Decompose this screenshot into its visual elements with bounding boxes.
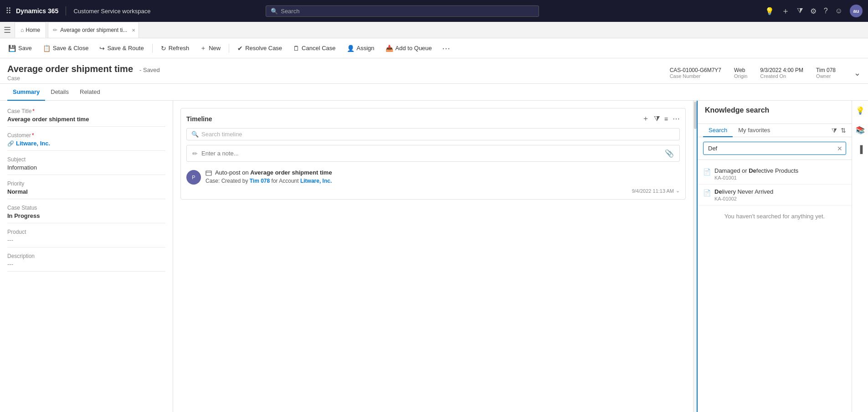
refresh-button[interactable]: ↻ Refresh <box>156 41 194 56</box>
topbar-actions: 💡 ＋ ⧩ ⚙ ? ☺ au <box>765 5 863 17</box>
brand-name: Dynamics 365 <box>16 7 58 15</box>
result-id-2: KA-01002 <box>714 196 846 201</box>
product-field: Product --- <box>7 229 165 247</box>
timeline-search-icon: 🔍 <box>191 131 199 138</box>
save-label: Save <box>18 45 32 52</box>
note-area[interactable]: ✏ 📎 <box>186 145 680 162</box>
timeline-actions: ＋ ⧩ ≡ ⋯ <box>642 114 680 124</box>
customer-value[interactable]: 🔗 Litware, Inc. <box>7 140 165 151</box>
case-number-label: Case Number <box>670 73 701 79</box>
timeline-add-icon[interactable]: ＋ <box>642 114 649 124</box>
topbar: ⠿ Dynamics 365 Customer Service workspac… <box>0 0 868 22</box>
saved-status: - Saved <box>139 67 160 73</box>
knowledge-search-input[interactable] <box>703 142 846 155</box>
new-button[interactable]: ＋ New <box>195 41 225 56</box>
product-value[interactable]: --- <box>7 237 165 247</box>
profile-icon[interactable]: ☺ <box>835 7 842 15</box>
tab-details[interactable]: Details <box>45 84 74 101</box>
lightbulb-icon[interactable]: 💡 <box>765 7 774 15</box>
case-status-value[interactable]: In Progress <box>7 212 165 223</box>
subtitle-prefix: Case: Created by <box>205 178 250 184</box>
knowledge-header: Knowledge search <box>698 101 852 124</box>
topbar-divider <box>66 6 66 15</box>
add-icon[interactable]: ＋ <box>781 5 790 16</box>
knowledge-search-clear-icon[interactable]: ✕ <box>837 145 842 152</box>
save-button[interactable]: 💾 Save <box>4 41 36 56</box>
case-number-meta: CAS-01000-G6M7Y7 Case Number <box>670 67 721 79</box>
case-title-value[interactable]: Average order shipment time <box>7 116 165 127</box>
no-search-text: You haven't searched for anything yet. <box>698 206 852 227</box>
knowledge-filter-icon[interactable]: ⧩ <box>832 127 837 134</box>
tab-case[interactable]: ✏ Average order shipment ti... ✕ <box>48 22 139 38</box>
settings-icon[interactable]: ⚙ <box>810 7 817 15</box>
timeline-columns-icon[interactable]: ≡ <box>664 115 668 123</box>
search-input[interactable] <box>281 8 534 15</box>
knowledge-result-1[interactable]: 📄 Damaged or Defective Products KA-01001 <box>698 164 852 185</box>
save-icon: 💾 <box>8 45 16 52</box>
resolve-button[interactable]: ✔ Resolve Case <box>233 41 287 56</box>
assign-label: Assign <box>357 45 375 52</box>
knowledge-sort-icon[interactable]: ⇅ <box>841 127 846 134</box>
timeline-search-input[interactable] <box>201 131 675 138</box>
add-queue-button[interactable]: 📥 Add to Queue <box>381 41 437 56</box>
timeline-filter-icon[interactable]: ⧩ <box>654 115 660 123</box>
search-icon: 🔍 <box>271 8 278 15</box>
subtitle-mid: for Account <box>272 178 300 184</box>
hamburger-icon[interactable]: ☰ <box>4 25 11 35</box>
timeline-header: Timeline ＋ ⧩ ≡ ⋯ <box>186 114 680 124</box>
filter-icon[interactable]: ⧩ <box>797 7 803 15</box>
cancel-label: Cancel Case <box>302 45 335 52</box>
timeline-more-icon[interactable]: ⋯ <box>673 114 680 123</box>
paperclip-icon[interactable]: 📎 <box>665 149 674 158</box>
timeline-search-box[interactable]: 🔍 <box>186 128 680 140</box>
subtitle-account[interactable]: Litware, Inc. <box>300 178 332 184</box>
autopost-text: Auto-post on <box>215 169 250 176</box>
tab-close-icon[interactable]: ✕ <box>132 28 135 33</box>
avatar[interactable]: au <box>850 5 863 17</box>
expand-icon[interactable]: ⌄ <box>854 68 861 78</box>
content-area: Case Title Average order shipment time C… <box>0 101 868 412</box>
subject-value[interactable]: Information <box>7 164 165 175</box>
assign-button[interactable]: 👤 Assign <box>342 41 379 56</box>
new-icon: ＋ <box>200 44 206 52</box>
note-input[interactable] <box>201 150 665 157</box>
priority-value[interactable]: Normal <box>7 188 165 199</box>
customer-label: Customer <box>7 132 165 139</box>
subtitle-user[interactable]: Tim 078 <box>250 178 270 184</box>
side-icons: 💡 📚 ▐ <box>852 101 868 412</box>
timeline-entry-subtitle: Case: Created by Tim 078 for Account Lit… <box>205 178 680 184</box>
title-area: Average order shipment time - Saved Case <box>7 64 670 82</box>
scrollbar-track <box>693 101 697 412</box>
tab-summary[interactable]: Summary <box>7 84 45 101</box>
timestamp-value: 9/4/2022 11:13 AM <box>632 188 674 194</box>
expand-entry-icon[interactable]: ⌄ <box>676 188 680 194</box>
tab-home[interactable]: ⌂ Home <box>15 22 46 38</box>
result-doc-icon-2: 📄 <box>703 189 711 196</box>
side-book-icon[interactable]: 📚 <box>854 124 867 136</box>
case-status-label: Case Status <box>7 205 165 211</box>
description-value[interactable]: --- <box>7 261 165 272</box>
priority-label: Priority <box>7 180 165 187</box>
knowledge-tab-favorites[interactable]: My favorites <box>733 124 776 137</box>
tab-related[interactable]: Related <box>74 84 106 101</box>
owner-meta: Tim 078 Owner <box>816 67 836 79</box>
knowledge-results: 📄 Damaged or Defective Products KA-01001… <box>698 160 852 231</box>
scrollbar-thumb[interactable] <box>694 102 697 129</box>
side-bar-icon[interactable]: ▐ <box>856 144 864 155</box>
timeline-entry-content: Auto-post on Average order shipment time… <box>205 169 680 194</box>
side-knowledge-icon[interactable]: 💡 <box>854 104 867 117</box>
knowledge-result-2[interactable]: 📄 Delivery Never Arrived KA-01002 <box>698 185 852 206</box>
knowledge-tab-search[interactable]: Search <box>703 124 733 137</box>
save-close-button[interactable]: 📋 Save & Close <box>38 41 93 56</box>
page-title: Average order shipment time <box>7 64 133 74</box>
save-route-button[interactable]: ↪ Save & Route <box>95 41 148 56</box>
more-options-icon[interactable]: ⋯ <box>438 43 454 53</box>
cancel-button[interactable]: 🗒 Cancel Case <box>288 41 340 56</box>
case-title-label: Case Title <box>7 108 165 114</box>
global-search-box[interactable]: 🔍 <box>266 5 539 17</box>
assign-icon: 👤 <box>347 45 354 52</box>
help-icon[interactable]: ? <box>824 7 828 15</box>
knowledge-search-area[interactable]: ✕ <box>698 137 852 160</box>
apps-menu-icon[interactable]: ⠿ <box>5 6 11 16</box>
created-on-meta: 9/3/2022 4:00 PM Created On <box>760 67 803 79</box>
